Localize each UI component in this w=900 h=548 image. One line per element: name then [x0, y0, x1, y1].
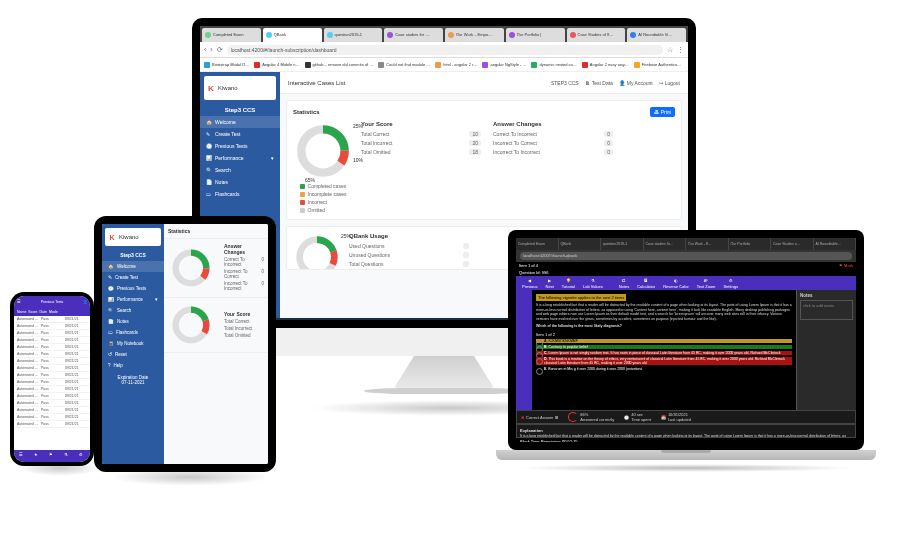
browser-tabs: Completed Exam QBank question2019-1 Case…: [516, 238, 856, 250]
calc-button[interactable]: 🖩Calculator: [637, 278, 655, 289]
bookmark[interactable]: angular NgStyle - …: [482, 62, 526, 68]
bookmark[interactable]: Bootstrap Modal D…: [204, 62, 249, 68]
browser-tab[interactable]: Completed Exam: [516, 238, 559, 250]
test-list[interactable]: Automated TestingPass09/21/21 Automated …: [14, 316, 90, 428]
browser-tab[interactable]: Our Work – Empo…: [445, 28, 504, 42]
list-item[interactable]: Automated TestingPass09/21/21: [14, 421, 90, 428]
star-icon[interactable]: ★: [34, 453, 40, 459]
list-item[interactable]: Automated TestingPass09/21/21: [14, 337, 90, 344]
flag-icon[interactable]: ⚑ Mark: [839, 263, 853, 268]
sidebar-item-notes[interactable]: 📄Notes: [102, 316, 164, 327]
item-counter: Item 1 of 4⚑ Mark: [516, 262, 856, 269]
browser-tab[interactable]: Case Studies of S…: [567, 28, 626, 42]
prev-button[interactable]: ◀Previous: [522, 278, 538, 289]
reverse-color-button[interactable]: ◐Reverse Color: [663, 278, 689, 289]
menu-icon[interactable]: ⋮: [677, 46, 684, 54]
forward-icon[interactable]: ›: [210, 46, 212, 53]
question-nav-strip[interactable]: [516, 290, 532, 410]
sidebar-item-notebook[interactable]: 📓My Notebook: [102, 338, 164, 349]
list-item[interactable]: Automated TestingPass09/21/21: [14, 372, 90, 379]
browser-tab[interactable]: AI Roundtable Vi…: [627, 28, 686, 42]
browser-tab[interactable]: Case Studies o…: [771, 238, 814, 250]
answer-option[interactable]: A. KJKMSDKNKMMF: [536, 339, 792, 343]
next-button[interactable]: ▶Next: [546, 278, 554, 289]
list-item[interactable]: Automated TestingPass09/21/21: [14, 316, 90, 323]
top-link[interactable]: STEP3 CCS: [551, 80, 579, 86]
tutorial-button[interactable]: 💡Tutorial: [562, 278, 575, 289]
flag-icon[interactable]: ⚑: [49, 453, 55, 459]
sidebar-item-create-test[interactable]: ✎Create Test: [102, 272, 164, 283]
browser-tab[interactable]: QBank: [263, 28, 322, 42]
browser-tab[interactable]: Our Work - E…: [686, 238, 729, 250]
bookmark[interactable]: Angular 2 easy way…: [582, 62, 629, 68]
browser-tab[interactable]: question2019-1: [324, 28, 383, 42]
menu-icon[interactable]: ☰: [17, 300, 21, 304]
list-item[interactable]: Automated TestingPass09/21/21: [14, 358, 90, 365]
back-icon[interactable]: ‹: [204, 46, 206, 53]
sidebar-item-previous-tests[interactable]: 🕘Previous Tests: [102, 283, 164, 294]
star-icon[interactable]: ☆: [667, 46, 673, 54]
sidebar-item-create-test[interactable]: ✎Create Test: [200, 128, 280, 140]
list-item[interactable]: Automated TestingPass09/21/21: [14, 379, 90, 386]
answer-option[interactable]: C. Lorem Ipsum is not simply random text…: [536, 351, 792, 355]
sidebar-item-search[interactable]: 🔍Search: [102, 305, 164, 316]
bookmark[interactable]: Firebase Authentica…: [634, 62, 681, 68]
browser-tab[interactable]: Case studies fo…: [644, 238, 687, 250]
answer-option[interactable]: D. This book is a treatise on the theory…: [536, 357, 792, 365]
answer-option[interactable]: B. Contrary to popular belief: [536, 345, 792, 349]
bookmark[interactable]: html - angular 2 r…: [435, 62, 477, 68]
sidebar-item-search[interactable]: 🔍Search: [200, 164, 280, 176]
browser-tab[interactable]: question2019-1: [601, 238, 644, 250]
sidebar-item-welcome[interactable]: 🏠Welcome: [102, 261, 164, 272]
notes-button[interactable]: 🗒Notes: [619, 278, 629, 289]
sidebar-item-welcome[interactable]: 🏠Welcome: [200, 116, 280, 128]
list-item[interactable]: Automated TestingPass09/21/21: [14, 323, 90, 330]
sidebar-item-performance[interactable]: 📊Performance▾: [102, 294, 164, 305]
zoom-button[interactable]: AᴬText Zoom: [697, 278, 716, 289]
phone-bottom-nav[interactable]: ☰ ★ ⚑ ⚗ ⚙: [14, 450, 90, 462]
lab-icon[interactable]: ⚗: [64, 453, 70, 459]
print-button[interactable]: 🖶Print: [650, 107, 675, 117]
lab-button[interactable]: ⚗Lab Values: [583, 278, 603, 289]
answer-option[interactable]: E. Bonorum et Mis g it over 2000 during …: [536, 367, 792, 371]
reload-icon[interactable]: ⟳: [217, 46, 223, 54]
sidebar-item-flashcards[interactable]: ▭Flashcards: [200, 188, 280, 200]
top-link[interactable]: 👤My Account: [619, 80, 653, 86]
list-item[interactable]: Automated TestingPass09/21/21: [14, 386, 90, 393]
browser-tab[interactable]: Completed Exam: [202, 28, 261, 42]
sidebar-item-reset[interactable]: ↺Reset: [102, 349, 164, 360]
notes-textarea[interactable]: click to add notes: [800, 300, 853, 320]
gear-icon[interactable]: ⚙: [79, 453, 85, 459]
sidebar-item-previous-tests[interactable]: 🕘Previous Tests: [200, 140, 280, 152]
browser-url-bar: ‹ › ⟳ localhost:4200/#/launch-subscripti…: [200, 42, 688, 58]
sidebar-item-flashcards[interactable]: ▭Flashcards: [102, 327, 164, 338]
settings-button[interactable]: ⚙Settings: [723, 278, 737, 289]
menu-icon[interactable]: ☰: [19, 453, 25, 459]
sidebar-item-help[interactable]: ?Help: [102, 360, 164, 371]
list-item[interactable]: Automated TestingPass09/21/21: [14, 344, 90, 351]
browser-tab[interactable]: QBank: [559, 238, 602, 250]
list-item[interactable]: Automated TestingPass09/21/21: [14, 407, 90, 414]
url-input[interactable]: localhost:4200/#/launch-subscription/das…: [227, 45, 663, 55]
list-item[interactable]: Automated TestingPass09/21/21: [14, 351, 90, 358]
bookmark[interactable]: github – remove old commits of …: [305, 62, 374, 68]
sidebar-item-notes[interactable]: 📄Notes: [200, 176, 280, 188]
list-item[interactable]: Automated TestingPass09/21/21: [14, 365, 90, 372]
browser-tab[interactable]: AI Roundtable…: [814, 238, 857, 250]
browser-tab[interactable]: Our Portfolio: [729, 238, 772, 250]
user-icon[interactable]: 👤: [83, 300, 87, 304]
top-link[interactable]: 🗎Test Data: [585, 80, 613, 86]
list-item[interactable]: Automated TestingPass09/21/21: [14, 330, 90, 337]
url-input[interactable]: localhost:4200/#/launch-qbank: [520, 252, 852, 260]
bookmark[interactable]: Could not find module …: [378, 62, 430, 68]
browser-tab[interactable]: Case studies for …: [384, 28, 443, 42]
list-item[interactable]: Automated TestingPass09/21/21: [14, 414, 90, 421]
page-title: Interactive Cases List: [288, 80, 345, 86]
top-link-logout[interactable]: ↪Logout: [659, 80, 680, 86]
bookmark[interactable]: Angular 4 Mobile n…: [254, 62, 299, 68]
sidebar-item-performance[interactable]: 📊Performance▾: [200, 152, 280, 164]
browser-tab[interactable]: Our Portfolio |: [506, 28, 565, 42]
list-item[interactable]: Automated TestingPass09/21/21: [14, 400, 90, 407]
list-item[interactable]: Automated TestingPass09/21/21: [14, 393, 90, 400]
bookmark[interactable]: dynamic nested co…: [531, 62, 576, 68]
